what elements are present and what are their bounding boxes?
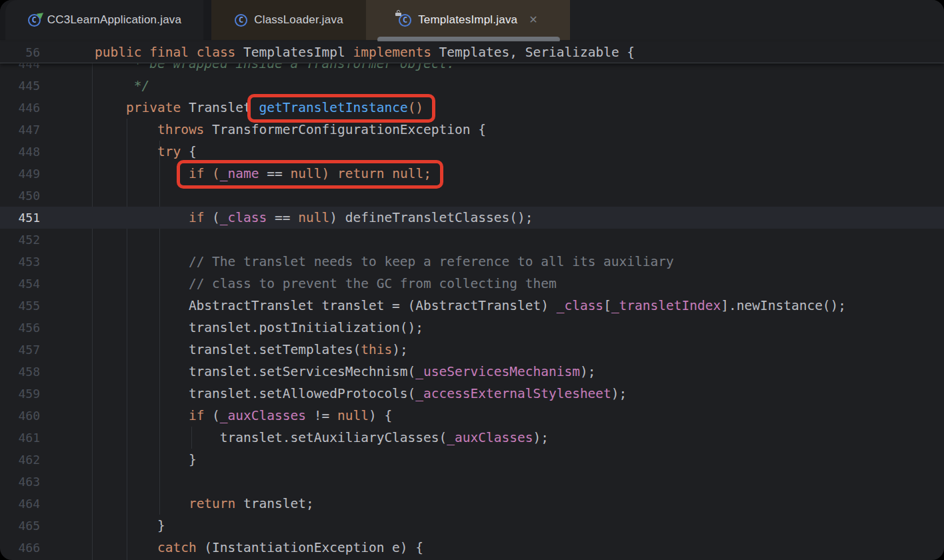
line-number: 449: [0, 163, 40, 185]
code-editor[interactable]: 444 * be wrapped inside a Transformer ob…: [0, 41, 944, 560]
code-segment: [95, 144, 157, 159]
code-segment: }: [95, 518, 165, 533]
tab-bar-filler: [570, 0, 944, 40]
code-line-465[interactable]: 465 }: [0, 515, 944, 537]
code-line-460[interactable]: 460 if (_auxClasses != null) {: [0, 405, 944, 427]
code-text: try {: [95, 141, 197, 163]
code-segment: _accessExternalStylesheet: [415, 386, 611, 401]
code-line-464[interactable]: 464 return translet;: [0, 493, 944, 515]
code-segment: ) {: [369, 408, 392, 423]
code-segment: final: [149, 45, 189, 60]
java-class-icon: C: [234, 13, 248, 27]
line-number: 451: [0, 207, 40, 229]
code-line-453[interactable]: 453 // The translet needs to keep a refe…: [0, 251, 944, 273]
line-number: 459: [0, 383, 40, 405]
code-text: if (_auxClasses != null) {: [95, 405, 392, 427]
class-icon-letter: C: [235, 14, 247, 27]
code-line-450[interactable]: 450: [0, 185, 944, 207]
code-line-458[interactable]: 458 translet.setServicesMechnism(_useSer…: [0, 361, 944, 383]
tab-classloader-java[interactable]: CClassLoader.java: [211, 0, 366, 40]
code-line-446[interactable]: 446 private Translet getTransletInstance…: [0, 97, 944, 119]
code-segment: if: [189, 166, 204, 181]
java-class-readonly-icon: C: [398, 13, 412, 27]
tab-templatesimpl-java[interactable]: CTemplatesImpl.java✕: [366, 0, 570, 40]
line-number: 460: [0, 405, 40, 427]
code-line-451[interactable]: 451 if (_class == null) defineTransletCl…: [0, 207, 944, 229]
code-line-462[interactable]: 462 }: [0, 449, 944, 471]
tab-label: TemplatesImpl.java: [418, 13, 517, 27]
code-line-457[interactable]: 457 translet.setTemplates(this);: [0, 339, 944, 361]
code-line-455[interactable]: 455 AbstractTranslet translet = (Abstrac…: [0, 295, 944, 317]
code-segment: try: [157, 144, 181, 159]
code-segment: ==: [259, 166, 291, 181]
code-segment: translet;: [235, 496, 313, 511]
code-segment: _auxClasses: [220, 408, 306, 423]
code-segment: [95, 540, 157, 555]
code-segment: _name: [220, 166, 259, 181]
code-segment: (: [204, 166, 219, 181]
code-text: throws TransformerConfigurationException…: [95, 119, 486, 141]
code-text: return translet;: [95, 493, 314, 515]
code-text: private Translet getTransletInstance(): [95, 97, 423, 119]
code-line-445[interactable]: 445 */: [0, 75, 944, 97]
code-segment: private: [126, 100, 181, 115]
code-segment: translet.setAllowedProtocols(: [95, 386, 415, 401]
line-number: 448: [0, 141, 40, 163]
code-line-461[interactable]: 461 translet.setAuxiliaryClasses(_auxCla…: [0, 427, 944, 449]
line-number: 447: [0, 119, 40, 141]
code-segment: translet.setTemplates(: [95, 342, 361, 357]
code-text: AbstractTranslet translet = (AbstractTra…: [95, 295, 846, 317]
code-segment: ==: [267, 210, 298, 225]
java-class-run-icon: C: [27, 13, 41, 27]
line-number: 465: [0, 515, 40, 537]
code-segment: translet.postInitialization();: [95, 320, 423, 335]
code-line-459[interactable]: 459 translet.setAllowedProtocols(_access…: [0, 383, 944, 405]
code-text: translet.setTemplates(this);: [95, 339, 408, 361]
editor-tab-bar: CCC3LearnApplication.javaCClassLoader.ja…: [0, 0, 944, 40]
code-segment: return: [189, 496, 235, 511]
code-segment: translet.setAuxiliaryClasses(: [95, 430, 447, 445]
code-line-448[interactable]: 448 try {: [0, 141, 944, 163]
code-segment: [95, 122, 157, 137]
code-segment: public: [95, 45, 141, 60]
code-line-452[interactable]: 452: [0, 229, 944, 251]
code-segment: ;: [423, 166, 431, 181]
code-line-456[interactable]: 456 translet.postInitialization();: [0, 317, 944, 339]
code-segment: [95, 166, 189, 181]
line-number: 463: [0, 471, 40, 493]
code-segment: ].newInstance();: [721, 298, 846, 313]
code-segment: translet.setServicesMechnism(: [95, 364, 415, 379]
code-segment: (: [204, 408, 219, 423]
code-line-447[interactable]: 447 throws TransformerConfigurationExcep…: [0, 119, 944, 141]
lock-body: [395, 13, 401, 16]
code-line-463[interactable]: 463: [0, 471, 944, 493]
code-text: translet.setAllowedProtocols(_accessExte…: [95, 383, 627, 405]
code-line-466[interactable]: 466 catch (InstantiationException e) {: [0, 537, 944, 559]
code-segment: catch: [157, 540, 197, 555]
code-segment: {: [181, 144, 196, 159]
code-segment: // class to prevent the GC from collecti…: [189, 276, 557, 291]
code-segment: if: [189, 210, 204, 225]
close-tab-icon[interactable]: ✕: [529, 15, 538, 25]
code-text: // The translet needs to keep a referenc…: [95, 251, 674, 273]
code-line-449[interactable]: 449 if (_name == null) return null;: [0, 163, 944, 185]
lock-icon: [395, 11, 402, 16]
line-number: 450: [0, 185, 40, 207]
code-segment: class: [197, 45, 236, 60]
code-text: // class to prevent the GC from collecti…: [95, 273, 557, 295]
line-number: 452: [0, 229, 40, 251]
code-segment: );: [533, 430, 548, 445]
code-segment: TransformerConfigurationException {: [204, 122, 486, 137]
code-segment: [95, 408, 189, 423]
line-number: 445: [0, 75, 40, 97]
code-segment: [95, 100, 126, 115]
code-segment: [141, 45, 149, 60]
tab-cc3learnapplication-java[interactable]: CCC3LearnApplication.java: [5, 0, 203, 40]
code-segment: ) defineTransletClasses();: [329, 210, 533, 225]
code-segment: (: [204, 210, 219, 225]
code-segment: implements: [353, 45, 431, 60]
line-number: 453: [0, 251, 40, 273]
code-segment: null: [337, 408, 369, 423]
code-line-454[interactable]: 454 // class to prevent the GC from coll…: [0, 273, 944, 295]
code-segment: (): [408, 100, 423, 115]
